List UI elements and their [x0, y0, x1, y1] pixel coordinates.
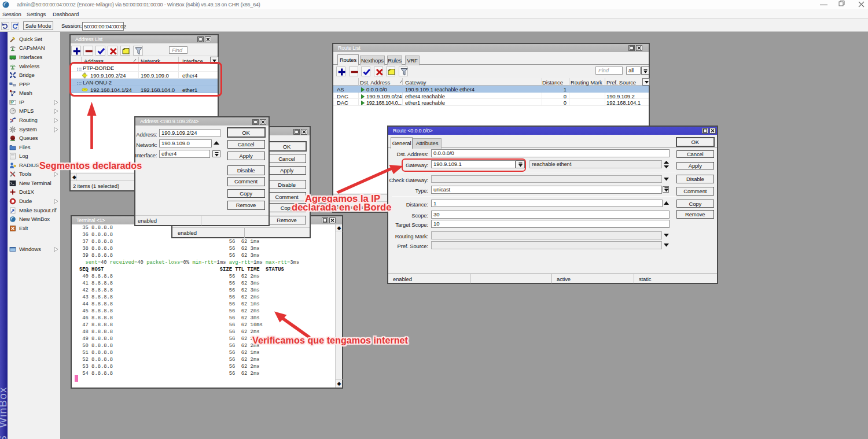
annotation-verificamos: Verificamos que tengamos internet	[252, 335, 408, 346]
annotation-agregamos-line2: declarada en el Borde	[292, 202, 391, 213]
annotation-arrows	[0, 0, 868, 439]
annotation-segmentos: Segmentos declarados	[39, 160, 142, 171]
winbox-application: admin@50:00:00:04:00:02 (Encore-Milagro)…	[0, 0, 868, 439]
arrow-shaft	[336, 167, 393, 194]
arrow-shaft	[90, 113, 93, 149]
arrow-head-up	[87, 102, 97, 116]
